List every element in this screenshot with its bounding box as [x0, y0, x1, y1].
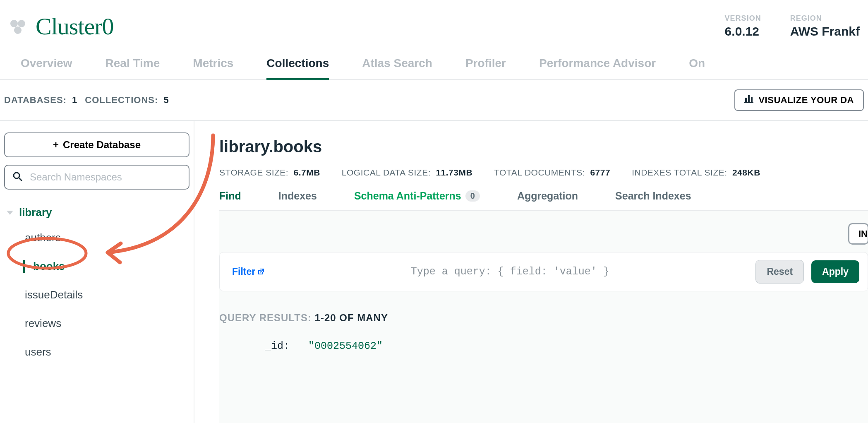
collections-label: COLLECTIONS:	[85, 95, 158, 105]
search-icon	[12, 171, 22, 183]
main-panel: library.books STORAGE SIZE: 6.7MB LOGICA…	[194, 121, 868, 423]
collection-item-issueDetails[interactable]: issueDetails	[25, 288, 189, 301]
region-value: AWS Frankf	[790, 24, 860, 38]
cluster-header: Cluster0 VERSION 6.0.12 REGION AWS Frank…	[0, 0, 868, 44]
stats-bar: DATABASES: 1 COLLECTIONS: 5 VISUALIZE YO…	[0, 80, 868, 121]
tab-metrics[interactable]: Metrics	[193, 57, 233, 79]
schema-count-badge: 0	[465, 190, 480, 202]
tab-overview[interactable]: Overview	[21, 57, 72, 79]
collection-list: authors books issueDetails reviews users	[7, 231, 189, 358]
header-meta: VERSION 6.0.12 REGION AWS Frankf	[725, 14, 864, 38]
external-link-icon	[258, 266, 264, 277]
filter-row: Filter Reset Apply	[219, 252, 868, 291]
stats-left: DATABASES: 1 COLLECTIONS: 5	[4, 95, 169, 106]
subtab-search-indexes[interactable]: Search Indexes	[615, 190, 691, 202]
svg-rect-6	[751, 97, 753, 102]
document-view[interactable]: _id: "0002554062"	[219, 340, 868, 352]
doc-field-value: "0002554062"	[308, 340, 383, 352]
version-label: VERSION	[725, 14, 761, 23]
svg-point-1	[18, 20, 25, 27]
subtab-aggregation[interactable]: Aggregation	[517, 190, 578, 202]
tab-profiler[interactable]: Profiler	[465, 57, 506, 79]
visualize-label: VISUALIZE YOUR DA	[758, 95, 854, 106]
svg-point-0	[10, 20, 18, 27]
body: + Create Database library authors books …	[0, 121, 868, 423]
databases-value: 1	[72, 95, 77, 105]
logical-size-stat: LOGICAL DATA SIZE: 11.73MB	[342, 168, 472, 178]
meta-region: REGION AWS Frankf	[790, 14, 860, 38]
collections-value: 5	[163, 95, 169, 105]
region-label: REGION	[790, 14, 860, 23]
cluster-title[interactable]: Cluster0	[36, 12, 114, 40]
visualize-button[interactable]: VISUALIZE YOUR DA	[734, 89, 864, 111]
tab-real-time[interactable]: Real Time	[106, 57, 160, 79]
subtab-find[interactable]: Find	[219, 190, 241, 202]
svg-rect-5	[748, 95, 750, 102]
subtab-indexes[interactable]: Indexes	[278, 190, 317, 202]
create-database-label: Create Database	[63, 139, 141, 151]
storage-size-stat: STORAGE SIZE: 6.7MB	[219, 168, 320, 178]
database-tree: library authors books issueDetails revie…	[4, 206, 189, 358]
chevron-down-icon	[7, 211, 13, 215]
collections-stat: COLLECTIONS: 5	[85, 95, 169, 106]
collection-item-users[interactable]: users	[25, 346, 189, 358]
databases-stat: DATABASES: 1	[4, 95, 77, 106]
cluster-icon	[8, 17, 27, 36]
version-value: 6.0.12	[725, 24, 761, 38]
namespace-stats: STORAGE SIZE: 6.7MB LOGICAL DATA SIZE: 1…	[219, 168, 868, 178]
collection-item-reviews[interactable]: reviews	[25, 317, 189, 330]
tab-atlas-search[interactable]: Atlas Search	[362, 57, 432, 79]
top-tabs: Overview Real Time Metrics Collections A…	[0, 44, 868, 80]
databases-label: DATABASES:	[4, 95, 67, 105]
namespace-title: library.books	[219, 137, 868, 156]
filter-label[interactable]: Filter	[232, 266, 264, 277]
reset-button[interactable]: Reset	[755, 260, 804, 284]
collection-item-authors[interactable]: authors	[25, 231, 189, 244]
query-results-label: QUERY RESULTS: 1-20 OF MANY	[219, 312, 868, 324]
filter-input[interactable]	[272, 266, 748, 278]
tab-performance-advisor[interactable]: Performance Advisor	[539, 57, 656, 79]
svg-line-8	[19, 178, 22, 180]
plus-icon: +	[53, 139, 59, 151]
collection-subtabs: Find Indexes Schema Anti-Patterns 0 Aggr…	[219, 190, 868, 202]
chart-icon	[744, 94, 753, 106]
svg-rect-3	[744, 102, 753, 103]
insert-button[interactable]: IN	[848, 223, 868, 245]
sidebar: + Create Database library authors books …	[0, 121, 194, 423]
total-documents-stat: TOTAL DOCUMENTS: 6777	[494, 168, 610, 178]
indexes-size-stat: INDEXES TOTAL SIZE: 248KB	[632, 168, 760, 178]
svg-point-2	[14, 26, 22, 34]
tab-collections[interactable]: Collections	[266, 57, 329, 80]
apply-button[interactable]: Apply	[811, 260, 859, 283]
database-row-library[interactable]: library	[7, 206, 189, 219]
tab-online[interactable]: On	[689, 57, 705, 79]
database-name: library	[19, 206, 52, 219]
collection-item-books[interactable]: books	[23, 260, 189, 273]
search-namespaces-wrap[interactable]	[4, 165, 189, 190]
svg-rect-4	[745, 98, 747, 102]
create-database-button[interactable]: + Create Database	[4, 132, 189, 157]
query-area: IN Filter Reset Apply QUERY RESULTS: 1	[219, 210, 868, 423]
meta-version: VERSION 6.0.12	[725, 14, 761, 38]
search-namespaces-input[interactable]	[30, 171, 181, 183]
header-left: Cluster0	[8, 12, 114, 40]
doc-field-key: _id:	[265, 340, 290, 352]
subtab-schema-anti-patterns[interactable]: Schema Anti-Patterns 0	[354, 190, 480, 202]
